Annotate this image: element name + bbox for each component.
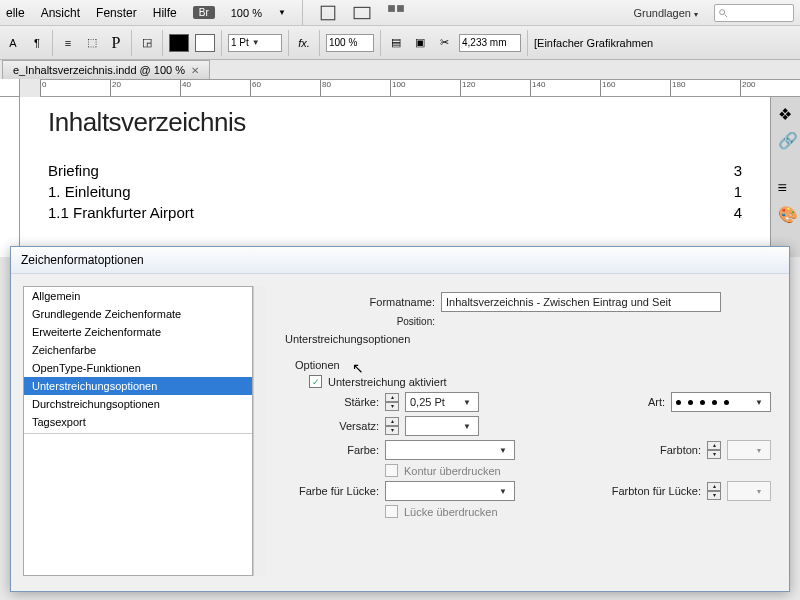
stroke-weight-field[interactable]: 1 Pt▼: [228, 34, 282, 52]
farbe-label: Farbe:: [285, 444, 379, 456]
preview-area: [24, 433, 252, 575]
dialog-nav: AllgemeinGrundlegende ZeichenformateErwe…: [23, 286, 253, 576]
stroke-swatch[interactable]: [195, 34, 215, 52]
dimension-field[interactable]: 4,233 mm: [459, 34, 521, 52]
art-dropdown[interactable]: ▼: [671, 392, 771, 412]
dialog-nav-item[interactable]: Unterstreichungsoptionen: [24, 377, 252, 395]
farbe-lucke-label: Farbe für Lücke:: [285, 485, 379, 497]
versatz-label: Versatz:: [285, 420, 379, 432]
menu-item[interactable]: Fenster: [96, 6, 137, 20]
farbton-lucke-field[interactable]: ▾: [727, 481, 771, 501]
screen-mode-icon[interactable]: [353, 4, 371, 22]
chevron-down-icon[interactable]: ▼: [278, 8, 286, 17]
dialog-nav-item[interactable]: Erweiterte Zeichenformate: [24, 323, 252, 341]
crop-icon[interactable]: ✂: [435, 34, 453, 52]
dialog-nav-item[interactable]: Durchstreichungsoptionen: [24, 395, 252, 413]
wrap-icon[interactable]: ⬚: [83, 34, 101, 52]
menu-item[interactable]: elle: [6, 6, 25, 20]
stroke-icon[interactable]: ≡: [778, 179, 794, 195]
farbe-dropdown[interactable]: ▼: [385, 440, 515, 460]
frame-style-label: [Einfacher Grafikrahmen: [534, 37, 653, 49]
toc-row: 1.1 Frankfurter Airport4: [48, 204, 742, 221]
align-icon[interactable]: ≡: [59, 34, 77, 52]
view-mode-icon[interactable]: [319, 4, 337, 22]
svg-point-4: [720, 9, 725, 14]
underline-active-checkbox[interactable]: ✓: [309, 375, 322, 388]
toc-row: Briefing3: [48, 162, 742, 179]
lucke-overprint-checkbox: [385, 505, 398, 518]
svg-rect-2: [388, 5, 395, 12]
versatz-stepper[interactable]: ▴▾: [385, 417, 399, 435]
farbton-lucke-stepper[interactable]: ▴▾: [707, 482, 721, 500]
underline-active-label: Unterstreichung aktiviert: [328, 376, 447, 388]
art-label: Art:: [648, 396, 665, 408]
toc-row: 1. Einleitung1: [48, 183, 742, 200]
fx-icon[interactable]: fx.: [295, 34, 313, 52]
dialog-nav-item[interactable]: Tagsexport: [24, 413, 252, 431]
menubar: elle Ansicht Fenster Hilfe Br 100 % ▼ Gr…: [0, 0, 800, 26]
fill-swatch[interactable]: [169, 34, 189, 52]
starke-label: Stärke:: [285, 396, 379, 408]
horizontal-ruler: 020406080100120140160180200: [40, 79, 800, 97]
starke-stepper[interactable]: ▴▾: [385, 393, 399, 411]
formatname-label: Formatname:: [285, 296, 435, 308]
dialog-nav-item[interactable]: Zeichenfarbe: [24, 341, 252, 359]
dialog-nav-item[interactable]: Grundlegende Zeichenformate: [24, 305, 252, 323]
zoom-level[interactable]: 100 %: [231, 7, 262, 19]
document-page[interactable]: Inhaltsverzeichnis Briefing31. Einleitun…: [20, 97, 770, 257]
char-style-options-dialog: Zeichenformatoptionen AllgemeinGrundlege…: [10, 246, 790, 592]
kontur-overprint-label: Kontur überdrucken: [404, 465, 501, 477]
formatname-field[interactable]: Inhaltsverzeichnis - Zwischen Eintrag un…: [441, 292, 721, 312]
document-tabs: e_Inhaltsverzeichnis.indd @ 100 % ✕: [0, 60, 800, 79]
svg-rect-0: [321, 6, 335, 20]
lucke-overprint-label: Lücke überdrucken: [404, 506, 498, 518]
svg-rect-1: [354, 7, 370, 18]
bridge-icon[interactable]: Br: [193, 6, 215, 19]
farbton-lucke-label: Farbton für Lücke:: [612, 485, 701, 497]
farbton-label: Farbton:: [660, 444, 701, 456]
svg-rect-3: [397, 5, 404, 12]
farbton-stepper[interactable]: ▴▾: [707, 441, 721, 459]
starke-field[interactable]: 0,25 Pt▼: [405, 392, 479, 412]
char-format-icon[interactable]: A: [4, 34, 22, 52]
control-toolbar: A ¶ ≡ ⬚ P ◲ 1 Pt▼ fx. 100 % ▤ ▣ ✂ 4,233 …: [0, 26, 800, 60]
versatz-field[interactable]: ▼: [405, 416, 479, 436]
color-icon[interactable]: 🎨: [778, 205, 794, 221]
page-title: Inhaltsverzeichnis: [48, 107, 742, 138]
menu-item[interactable]: Ansicht: [41, 6, 80, 20]
optionen-label: Optionen: [295, 359, 771, 371]
dialog-nav-item[interactable]: OpenType-Funktionen: [24, 359, 252, 377]
kontur-overprint-checkbox: [385, 464, 398, 477]
panel-dock: ❖ 🔗 ≡ 🎨: [770, 97, 800, 257]
vertical-ruler: [0, 97, 20, 257]
arrange-icon[interactable]: [387, 4, 405, 22]
document-tab[interactable]: e_Inhaltsverzeichnis.indd @ 100 % ✕: [2, 60, 210, 79]
menu-item[interactable]: Hilfe: [153, 6, 177, 20]
fit-icon[interactable]: ▣: [411, 34, 429, 52]
section-heading: Unterstreichungsoptionen: [285, 333, 771, 345]
scrollbar[interactable]: [253, 286, 267, 576]
corner-icon[interactable]: ◲: [138, 34, 156, 52]
tab-title: e_Inhaltsverzeichnis.indd @ 100 %: [13, 64, 185, 76]
layers-icon[interactable]: ❖: [778, 105, 794, 121]
farbe-lucke-dropdown[interactable]: ▼: [385, 481, 515, 501]
drop-cap-icon[interactable]: P: [107, 34, 125, 52]
position-label: Position:: [285, 316, 435, 327]
svg-line-5: [725, 14, 728, 17]
search-input[interactable]: [714, 4, 794, 22]
dialog-nav-item[interactable]: Allgemein: [24, 287, 252, 305]
dialog-title: Zeichenformatoptionen: [11, 247, 789, 274]
links-icon[interactable]: 🔗: [778, 131, 794, 147]
para-format-icon[interactable]: ¶: [28, 34, 46, 52]
text-frame-icon[interactable]: ▤: [387, 34, 405, 52]
farbton-field[interactable]: ▾: [727, 440, 771, 460]
workspace-switcher[interactable]: Grundlagen ▾: [633, 7, 698, 19]
scale-field[interactable]: 100 %: [326, 34, 374, 52]
close-icon[interactable]: ✕: [191, 65, 199, 76]
search-icon: [718, 8, 728, 18]
